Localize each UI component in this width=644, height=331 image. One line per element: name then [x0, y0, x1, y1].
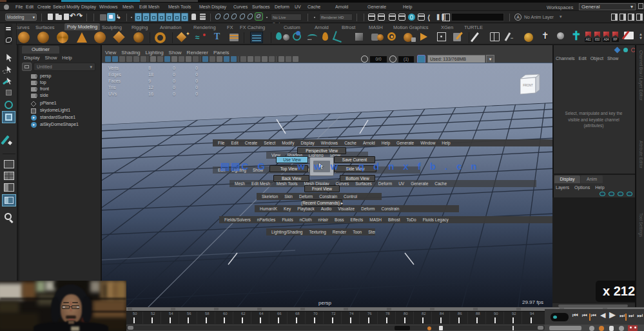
svg-text:FRONT: FRONT [523, 84, 533, 87]
